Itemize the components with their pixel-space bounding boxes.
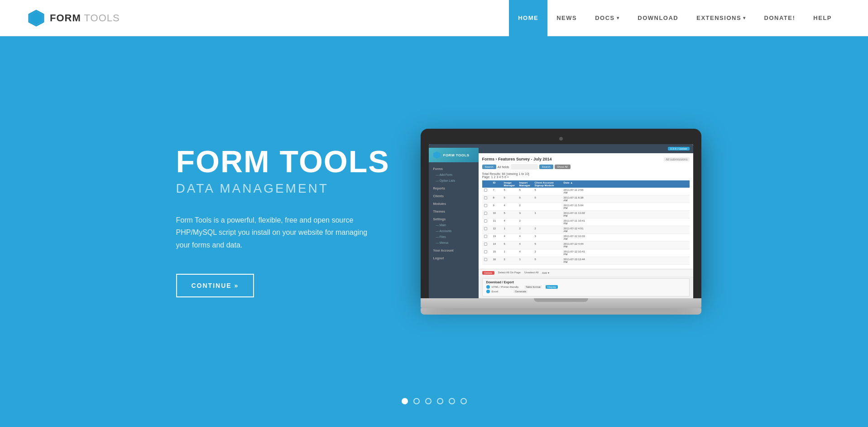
screen-table-row-5[interactable]: 121222011-07-12 4:51 AM bbox=[482, 226, 690, 234]
brand-logo[interactable]: FORM TOOLS bbox=[27, 9, 509, 27]
screen-table-row-1[interactable]: 85552011-07-11 6:38 AM bbox=[482, 195, 690, 203]
screen-unselect-all: Unselect All bbox=[524, 271, 538, 275]
screen-sidebar-item---main[interactable]: — Main bbox=[429, 222, 479, 228]
screen-search-go: Search bbox=[539, 165, 553, 169]
continue-button[interactable]: CONTINUE » bbox=[176, 274, 254, 297]
screen-results-info: Total Results: 84 [viewing 1 to 10] Page… bbox=[482, 172, 690, 179]
carousel-dot-4[interactable] bbox=[449, 398, 455, 404]
screen-main: 3.3.9 | Update Forms › Features Survey -… bbox=[479, 144, 693, 298]
screen-table-row-6[interactable]: 134432011-07-12 10:33 AM bbox=[482, 234, 690, 242]
hero-section: FORM TOOLS DATA MANAGEMENT Form Tools is… bbox=[0, 36, 868, 427]
screen-sidebar-item-forms[interactable]: Forms bbox=[429, 166, 479, 172]
screen-export-title: Download / Export bbox=[486, 281, 686, 284]
screen-ui: FORM TOOLS Forms— Add Form— Option Lists… bbox=[429, 144, 693, 298]
screen-sidebar-item-reports[interactable]: Reports bbox=[429, 185, 479, 191]
nav-link-extensions[interactable]: EXTENSIONS ▾ bbox=[687, 0, 755, 36]
nav-item-home[interactable]: HOME bbox=[509, 0, 547, 36]
nav-link-help[interactable]: HELP bbox=[804, 0, 841, 36]
laptop-screen: FORM TOOLS Forms— Add Form— Option Lists… bbox=[429, 144, 693, 298]
screen-sidebar-item-your-account[interactable]: Your Account bbox=[429, 247, 479, 253]
nav-link-donate[interactable]: DONATE! bbox=[755, 0, 805, 36]
screen-table-row-4[interactable]: 11422011-07-11 10:41 PM bbox=[482, 218, 690, 226]
screen-logo-text: FORM TOOLS bbox=[443, 153, 470, 157]
laptop-camera bbox=[559, 137, 563, 141]
screen-export: Download / Export HTML / Printer-friendl… bbox=[482, 278, 690, 296]
screen-display-btn: Display bbox=[546, 285, 558, 289]
screen-search-button: Search bbox=[482, 165, 496, 169]
hero-dots bbox=[402, 398, 467, 427]
screen-logo-icon bbox=[433, 151, 441, 159]
screen-delete-btn: Delete bbox=[482, 271, 494, 275]
screen-bottom-bar: Delete Select All On Page Unselect All A… bbox=[479, 269, 693, 277]
screen-sidebar-header: FORM TOOLS bbox=[429, 148, 479, 162]
brand-text: FORM TOOLS bbox=[50, 12, 120, 24]
screen-table-row-2[interactable]: 9422011-07-11 5:04 PM bbox=[482, 203, 690, 211]
laptop-outer: FORM TOOLS Forms— Add Form— Option Lists… bbox=[421, 129, 701, 298]
screen-sidebar-item-clients[interactable]: Clients bbox=[429, 193, 479, 199]
hero-laptop: FORM TOOLS Forms— Add Form— Option Lists… bbox=[421, 129, 701, 315]
nav-item-donate[interactable]: DONATE! bbox=[755, 0, 805, 36]
screen-show-all: Show All bbox=[555, 165, 571, 169]
screen-table-format: Table format bbox=[524, 285, 542, 289]
hero-description: Form Tools is a powerful, flexible, free… bbox=[176, 214, 371, 251]
screen-breadcrumb: Forms › Features Survey - July 2014 All … bbox=[482, 157, 690, 161]
screen-sidebar-items: Forms— Add Form— Option ListsReportsClie… bbox=[429, 166, 479, 261]
screen-content: Forms › Features Survey - July 2014 All … bbox=[479, 153, 693, 269]
screen-select-all: Select All On Page bbox=[498, 271, 521, 275]
screen-sidebar-item-logout[interactable]: Logout bbox=[429, 255, 479, 261]
nav-item-help[interactable]: HELP bbox=[804, 0, 841, 36]
screen-topbar: 3.3.9 | Update bbox=[479, 144, 693, 153]
carousel-dot-2[interactable] bbox=[425, 398, 432, 404]
screen-search-bar: Search All fields Search Show All bbox=[482, 164, 690, 170]
screen-sidebar-item---files[interactable]: — Files bbox=[429, 234, 479, 240]
screen-generate-btn: Generate bbox=[513, 290, 528, 293]
carousel-dot-3[interactable] bbox=[437, 398, 443, 404]
screen-sidebar-item-themes[interactable]: Themes bbox=[429, 209, 479, 214]
screen-export-excel: Excel Generate bbox=[486, 290, 686, 293]
screen-sidebar-item---accounts[interactable]: — Accounts bbox=[429, 228, 479, 234]
screen-table-row-3[interactable]: 105312011-07-11 11:02 PM bbox=[482, 211, 690, 218]
nav-item-extensions[interactable]: EXTENSIONS ▾ bbox=[687, 0, 755, 36]
screen-search-label: All fields bbox=[498, 165, 509, 169]
screen-all-submissions: All submissions bbox=[664, 157, 689, 161]
nav-link-download[interactable]: DOWNLOAD bbox=[628, 0, 687, 36]
screen-table: IDImage ManagerImport ManagerClient Acco… bbox=[482, 180, 690, 265]
laptop-bottom bbox=[421, 308, 701, 315]
nav-link-news[interactable]: NEWS bbox=[547, 0, 586, 36]
screen-sidebar-item-modules[interactable]: Modules bbox=[429, 201, 479, 207]
screen-sidebar-item-settings[interactable]: Settings bbox=[429, 216, 479, 222]
hero-title: FORM TOOLS bbox=[176, 146, 390, 177]
screen-table-row-8[interactable]: 151422011-07-12 10:41 PM bbox=[482, 249, 690, 257]
hexagon-logo-icon bbox=[27, 9, 45, 27]
screen-sidebar-item---add-form[interactable]: — Add Form bbox=[429, 172, 479, 178]
carousel-dot-5[interactable] bbox=[460, 398, 467, 404]
screen-export-html-radio bbox=[486, 285, 490, 289]
screen-sidebar-item---menus[interactable]: — Menus bbox=[429, 240, 479, 246]
nav-link-docs[interactable]: DOCS ▾ bbox=[586, 0, 628, 36]
extensions-dropdown-arrow: ▾ bbox=[743, 15, 746, 20]
hero-content: FORM TOOLS DATA MANAGEMENT Form Tools is… bbox=[140, 36, 729, 398]
screen-sidebar-item---option-lists[interactable]: — Option Lists bbox=[429, 178, 479, 184]
carousel-dot-1[interactable] bbox=[413, 398, 420, 404]
hero-text-block: FORM TOOLS DATA MANAGEMENT Form Tools is… bbox=[176, 146, 390, 297]
screen-table-row-0[interactable]: 75552011-07-11 2:56 AM bbox=[482, 188, 690, 195]
docs-dropdown-arrow: ▾ bbox=[617, 15, 620, 20]
breadcrumb-text: Forms › Features Survey - July 2014 bbox=[482, 157, 552, 161]
screen-export-excel-radio bbox=[486, 290, 490, 293]
hero-subtitle: DATA MANAGEMENT bbox=[176, 181, 390, 196]
screen-sidebar: FORM TOOLS Forms— Add Form— Option Lists… bbox=[429, 144, 479, 298]
nav-link-home[interactable]: HOME bbox=[509, 0, 547, 36]
screen-table-row-9[interactable]: 162152011-07-13 12:44 PM bbox=[482, 257, 690, 265]
screen-add-btn: Add ▾ bbox=[542, 271, 549, 275]
carousel-dot-0[interactable] bbox=[402, 398, 408, 404]
nav-item-download[interactable]: DOWNLOAD bbox=[628, 0, 687, 36]
screen-search-input bbox=[511, 164, 538, 170]
screen-version: 3.3.9 | Update bbox=[668, 147, 690, 150]
screen-export-html: HTML / Printer-friendly Table format Dis… bbox=[486, 285, 686, 289]
screen-table-row-7[interactable]: 145452011-07-12 4:44 PM bbox=[482, 242, 690, 249]
nav-item-docs[interactable]: DOCS ▾ bbox=[586, 0, 628, 36]
navbar: FORM TOOLS HOME NEWS DOCS ▾ DOWNLOAD EXT… bbox=[0, 0, 868, 36]
main-nav: HOME NEWS DOCS ▾ DOWNLOAD EXTENSIONS ▾ D… bbox=[509, 0, 841, 36]
screen-table-header-row: IDImage ManagerImport ManagerClient Acco… bbox=[482, 180, 690, 188]
nav-item-news[interactable]: NEWS bbox=[547, 0, 586, 36]
